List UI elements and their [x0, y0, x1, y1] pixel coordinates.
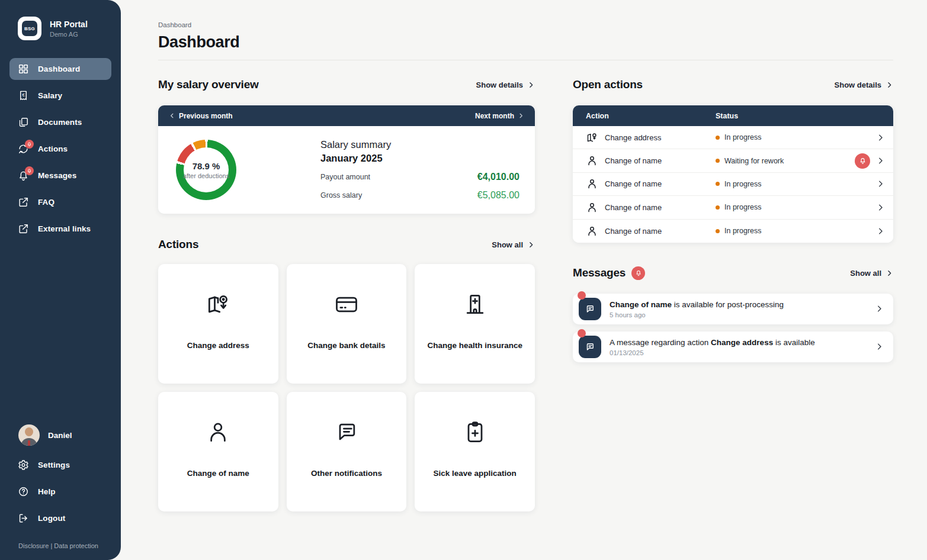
action-card-sick-leave-application[interactable]: Sick leave application: [415, 392, 535, 511]
chevron-right-icon: [518, 112, 524, 119]
sidebar-item-dashboard[interactable]: Dashboard: [9, 58, 111, 80]
user-profile[interactable]: Daniel: [18, 424, 111, 446]
gross-salary-row: Gross salary €5,085.00: [320, 190, 519, 201]
grid-icon: [18, 63, 29, 75]
sidebar-item-salary[interactable]: € Salary: [9, 85, 111, 107]
sidebar-item-label: Dashboard: [38, 65, 80, 73]
sidebar-item-documents[interactable]: Documents: [9, 111, 111, 133]
company-name: Demo AG: [50, 31, 88, 38]
table-row[interactable]: Change address In progress: [573, 126, 893, 149]
status-dot: [716, 205, 720, 210]
table-row[interactable]: Change of name In progress: [573, 220, 893, 243]
logo-icon: BSG: [18, 17, 41, 40]
open-actions-table: Action Status Change address In progress: [573, 105, 893, 243]
message-item[interactable]: Change of name is available for post-pro…: [573, 294, 893, 324]
alert-bell-badge: [855, 153, 870, 169]
person-icon: [586, 201, 598, 214]
open-actions-show-details-link[interactable]: Show details: [835, 81, 893, 89]
clipboard-plus-icon: [462, 419, 488, 445]
donut-sublabel: after deductions: [183, 172, 229, 179]
sidebar-item-label: Documents: [38, 118, 82, 127]
receipt-euro-icon: €: [18, 90, 29, 101]
chevron-right-icon: [875, 342, 884, 351]
table-row[interactable]: Change of name In progress: [573, 173, 893, 196]
external-link-icon: [18, 197, 29, 208]
chevron-right-icon: [876, 133, 885, 142]
status-dot: [716, 229, 720, 233]
actions-heading: Actions: [158, 238, 198, 251]
open-actions-table-header: Action Status: [573, 105, 893, 126]
payout-row: Payout amount €4,010.00: [320, 172, 519, 182]
sync-icon: [18, 143, 29, 155]
sidebar-item-label: Salary: [38, 91, 62, 100]
salary-card: Previous month Next month 78.9 % after d…: [158, 105, 535, 214]
message-item[interactable]: A message regarding action Change addres…: [573, 332, 893, 362]
bell-icon: [18, 170, 29, 181]
app-logo: BSG HR Portal Demo AG: [18, 17, 111, 40]
chevron-right-icon: [886, 269, 893, 277]
action-card-other-notifications[interactable]: Other notifications: [287, 392, 407, 511]
breadcrumb[interactable]: Dashboard: [158, 21, 893, 28]
messages-list: Change of name is available for post-pro…: [573, 294, 893, 362]
action-card-change-address[interactable]: Change address: [158, 264, 278, 384]
legal-links[interactable]: Disclosure | Data protection: [18, 542, 111, 549]
salary-show-details-link[interactable]: Show details: [476, 81, 535, 89]
sidebar-item-label: Settings: [38, 461, 70, 469]
sidebar-item-label: Help: [38, 487, 56, 496]
message-text: A message regarding action Change addres…: [610, 338, 815, 347]
status-text: In progress: [724, 180, 762, 188]
column-status: Status: [716, 112, 738, 120]
hospital-icon: [462, 291, 488, 317]
sidebar-item-logout[interactable]: Logout: [9, 507, 111, 529]
status-text: Waiting for rework: [724, 157, 784, 165]
table-row[interactable]: Change of name In progress: [573, 196, 893, 219]
sidebar-item-label: External links: [38, 224, 91, 233]
chevron-right-icon: [876, 227, 885, 236]
salary-overview-heading: My salary overview: [158, 78, 259, 91]
page-title: Dashboard: [158, 33, 893, 52]
person-icon: [586, 178, 598, 190]
sidebar-item-messages[interactable]: Messages: [9, 165, 111, 186]
chevron-right-icon: [876, 203, 885, 212]
logo-monogram: BSG: [22, 21, 37, 36]
actions-show-all-link[interactable]: Show all: [492, 240, 535, 249]
next-month-button[interactable]: Next month: [475, 112, 524, 120]
person-icon: [205, 419, 231, 445]
sidebar-item-faq[interactable]: FAQ: [9, 191, 111, 213]
chevron-right-icon: [875, 304, 884, 313]
status-text: In progress: [724, 133, 762, 141]
sidebar-item-actions[interactable]: Actions: [9, 138, 111, 160]
sidebar-nav: Dashboard € Salary Documents Actions: [9, 58, 111, 244]
chevron-right-icon: [876, 179, 885, 188]
donut-percentage: 78.9 %: [193, 161, 220, 171]
messages-bell-badge: [631, 266, 645, 280]
chevron-right-icon: [886, 81, 893, 89]
chevron-left-icon: [169, 112, 175, 119]
map-pin-icon: [205, 291, 231, 317]
previous-month-button[interactable]: Previous month: [169, 112, 233, 120]
column-action: Action: [586, 112, 716, 120]
main-content: Dashboard Dashboard My salary overview S…: [121, 0, 927, 560]
chevron-right-icon: [527, 81, 535, 89]
action-card-change-of-name[interactable]: Change of name: [158, 392, 278, 511]
gross-salary-amount: €5,085.00: [477, 190, 519, 201]
gear-icon: [18, 459, 29, 471]
sidebar-item-settings[interactable]: Settings: [9, 454, 111, 476]
sidebar-item-help[interactable]: Help: [9, 481, 111, 503]
avatar: [18, 424, 40, 446]
action-card-change-health-insurance[interactable]: Change health insurance: [415, 264, 535, 384]
message-text: Change of name is available for post-pro…: [610, 300, 784, 309]
map-pin-icon: [586, 131, 598, 144]
sidebar-item-label: Actions: [38, 144, 68, 153]
actions-grid: Change address Change bank details Chang…: [158, 264, 535, 511]
sidebar-item-label: Logout: [38, 514, 65, 523]
table-row[interactable]: Change of name Waiting for rework: [573, 149, 893, 172]
sidebar-bottom-nav: Settings Help Logout: [9, 454, 111, 534]
sidebar-item-external-links[interactable]: External links: [9, 218, 111, 240]
status-dot: [716, 159, 720, 163]
logout-icon: [18, 513, 29, 524]
action-card-change-bank-details[interactable]: Change bank details: [287, 264, 407, 384]
messages-show-all-link[interactable]: Show all: [850, 269, 893, 278]
chat-bubble-icon: [579, 298, 601, 320]
status-text: In progress: [724, 203, 762, 211]
